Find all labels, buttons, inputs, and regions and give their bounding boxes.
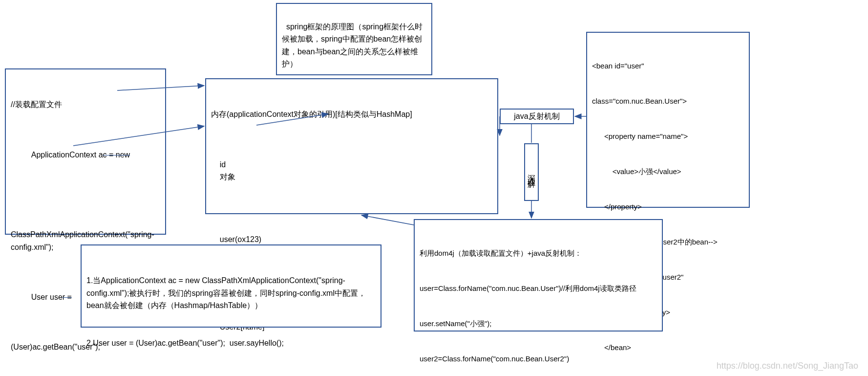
xml-l2: class="com.nuc.Bean.User"> — [592, 95, 744, 107]
dom4j-l4: user2=Class.forName("com.nuc.Bean.User2"… — [420, 353, 657, 365]
dom4j-l1: 利用dom4j（加载读取配置文件）+java反射机制： — [420, 247, 657, 259]
code-line1: ApplicationContext ac = new — [11, 136, 160, 174]
memory-col2: 对象 — [220, 171, 235, 183]
deep-label: 深入理解 — [526, 168, 537, 176]
code-comment: //装载配置文件 — [11, 98, 160, 111]
xml-l3: <property name="name"> — [592, 131, 744, 142]
xml-l5: </property> — [592, 201, 744, 213]
memory-box: 内存(applicationContext对象的引用)[结构类似与HashMap… — [205, 78, 498, 214]
reflect-label: java反射机制 — [514, 111, 559, 122]
reflect-label-box: java反射机制 — [500, 109, 574, 124]
memory-row1a: user(ox123) — [220, 233, 278, 246]
explain-l1: 1.当ApplicationContext ac = new ClassPath… — [86, 274, 376, 312]
title-box: spring框架的原理图（spring框架什么时候被加载，spring中配置的b… — [276, 3, 432, 75]
deep-label-box: 深入理解 — [524, 143, 539, 201]
memory-title: 内存(applicationContext对象的引用)[结构类似与HashMap… — [211, 108, 492, 121]
memory-col1: id — [220, 158, 278, 171]
explain-l2: 2.User user = (User)ac.getBean("user"); … — [86, 337, 376, 350]
watermark: https://blog.csdn.net/Song_JiangTao — [717, 361, 858, 371]
dom4j-box: 利用dom4j（加载读取配置文件）+java反射机制： user=Class.f… — [414, 219, 663, 332]
dom4j-l2: user=Class.forName("com.nuc.Bean.User")/… — [420, 283, 657, 294]
dom4j-l3: user.setName("小强"); — [420, 318, 657, 330]
code-box: //装载配置文件 ApplicationContext ac = new Cla… — [5, 68, 166, 235]
title-text: spring框架的原理图（spring框架什么时候被加载，spring中配置的b… — [282, 22, 423, 68]
explain-box: 1.当ApplicationContext ac = new ClassPath… — [81, 244, 381, 328]
xml-l1: <bean id="user" — [592, 60, 744, 72]
xml-box: <bean id="user" class="com.nuc.Bean.User… — [586, 32, 750, 208]
xml-l4: <value>小强</value> — [592, 166, 744, 177]
